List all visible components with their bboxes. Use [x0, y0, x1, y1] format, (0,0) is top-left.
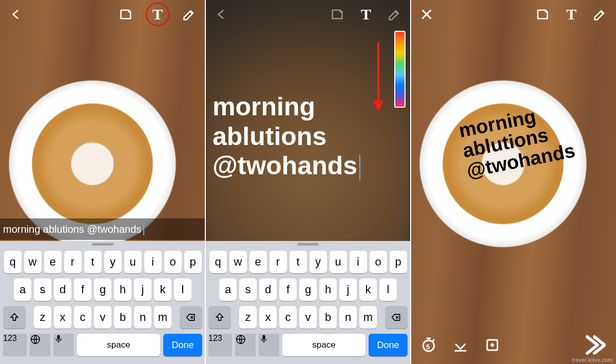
key-t[interactable]: t: [290, 251, 307, 273]
text-tool-icon[interactable]: T: [357, 6, 375, 23]
dictation-key[interactable]: [53, 334, 74, 356]
key-x[interactable]: x: [259, 306, 277, 329]
key-n[interactable]: n: [339, 306, 357, 329]
key-f[interactable]: f: [279, 278, 297, 301]
key-i[interactable]: i: [350, 251, 367, 273]
editor-top-toolbar: T: [411, 0, 616, 29]
ios-keyboard: qwertyuiop asdfghjkl zxcvbnm 123: [0, 241, 205, 364]
key-v[interactable]: v: [94, 306, 111, 329]
keyboard-row-3-letters: zxcvbnm: [34, 306, 171, 329]
draw-tool-icon[interactable]: [591, 6, 609, 23]
key-s[interactable]: s: [34, 278, 51, 301]
key-r[interactable]: r: [270, 251, 287, 273]
editor-top-toolbar: T: [205, 0, 411, 29]
editor-top-toolbar: T: [0, 0, 205, 29]
key-a[interactable]: a: [14, 278, 31, 301]
draw-tool-icon[interactable]: [386, 6, 403, 23]
text-tool-highlight-circle: T: [146, 3, 169, 26]
sticker-icon[interactable]: [329, 6, 346, 23]
space-key[interactable]: space: [77, 334, 160, 356]
text-tool-icon[interactable]: T: [149, 6, 166, 23]
sticker-icon[interactable]: [117, 6, 134, 23]
key-d[interactable]: d: [259, 278, 277, 301]
panel-divider: [205, 0, 206, 364]
key-p[interactable]: p: [184, 251, 202, 273]
space-key[interactable]: space: [282, 334, 365, 356]
key-n[interactable]: n: [134, 306, 151, 329]
key-c[interactable]: c: [279, 306, 297, 329]
key-h[interactable]: h: [114, 278, 131, 301]
key-t[interactable]: t: [84, 251, 102, 273]
key-h[interactable]: h: [319, 278, 337, 301]
key-j[interactable]: j: [134, 278, 151, 301]
keyboard-row-2: asdfghjkl: [207, 278, 409, 301]
key-j[interactable]: j: [339, 278, 357, 301]
sticker-icon[interactable]: [534, 6, 551, 23]
key-o[interactable]: o: [370, 251, 387, 273]
key-l[interactable]: l: [379, 278, 397, 301]
big-text-line: @twohands: [213, 151, 357, 180]
key-r[interactable]: r: [64, 251, 82, 273]
key-o[interactable]: o: [164, 251, 182, 273]
backspace-key[interactable]: [180, 306, 202, 329]
key-f[interactable]: f: [74, 278, 91, 301]
key-y[interactable]: y: [104, 251, 122, 273]
keyboard-row-1: qwertyuiop: [207, 251, 409, 273]
text-tool-icon[interactable]: T: [563, 6, 580, 23]
key-g[interactable]: g: [94, 278, 111, 301]
numbers-key[interactable]: 123: [3, 334, 27, 356]
key-v[interactable]: v: [299, 306, 317, 329]
caption-input-bar[interactable]: morning ablutions @twohands: [0, 218, 205, 240]
dictation-key[interactable]: [259, 334, 279, 356]
key-u[interactable]: u: [124, 251, 142, 273]
globe-key[interactable]: [235, 334, 256, 356]
key-m[interactable]: m: [154, 306, 171, 329]
close-icon[interactable]: [418, 6, 435, 23]
key-e[interactable]: e: [249, 251, 267, 273]
globe-key[interactable]: [30, 334, 50, 356]
panel-3-final-preview: T morning ablutions @twohands 5: [411, 0, 616, 364]
keyboard-handle[interactable]: [297, 243, 319, 246]
timer-icon[interactable]: 5: [420, 336, 437, 354]
key-q[interactable]: q: [4, 251, 22, 273]
back-icon[interactable]: [7, 6, 25, 23]
timer-value: 5: [426, 343, 430, 351]
key-z[interactable]: z: [239, 306, 257, 329]
key-b[interactable]: b: [319, 306, 337, 329]
keyboard-handle[interactable]: [92, 243, 113, 246]
save-icon[interactable]: [452, 336, 469, 354]
key-d[interactable]: d: [54, 278, 71, 301]
key-z[interactable]: z: [34, 306, 51, 329]
done-key[interactable]: Done: [369, 334, 408, 356]
text-color-slider[interactable]: [394, 31, 406, 108]
key-c[interactable]: c: [74, 306, 91, 329]
draw-tool-icon[interactable]: [181, 6, 198, 23]
keyboard-row-1: qwertyuiop: [2, 251, 203, 273]
backspace-key[interactable]: [385, 306, 408, 329]
back-icon[interactable]: [213, 6, 230, 23]
key-i[interactable]: i: [144, 251, 162, 273]
send-button[interactable]: [580, 332, 607, 358]
key-g[interactable]: g: [299, 278, 317, 301]
key-m[interactable]: m: [359, 306, 377, 329]
key-q[interactable]: q: [209, 251, 227, 273]
key-k[interactable]: k: [359, 278, 377, 301]
key-a[interactable]: a: [219, 278, 237, 301]
add-to-story-icon[interactable]: [484, 336, 501, 354]
panel-2-text-style: T morning ablutions @twohands qwertyuiop…: [205, 0, 411, 364]
key-w[interactable]: w: [24, 251, 42, 273]
key-u[interactable]: u: [330, 251, 347, 273]
key-s[interactable]: s: [239, 278, 257, 301]
key-b[interactable]: b: [114, 306, 131, 329]
key-p[interactable]: p: [390, 251, 407, 273]
done-key[interactable]: Done: [163, 334, 202, 356]
key-y[interactable]: y: [310, 251, 327, 273]
key-e[interactable]: e: [44, 251, 62, 273]
key-l[interactable]: l: [174, 278, 191, 301]
shift-key[interactable]: [208, 306, 231, 329]
numbers-key[interactable]: 123: [208, 334, 232, 356]
key-w[interactable]: w: [229, 251, 247, 273]
key-k[interactable]: k: [154, 278, 171, 301]
shift-key[interactable]: [3, 306, 26, 329]
key-x[interactable]: x: [54, 306, 71, 329]
